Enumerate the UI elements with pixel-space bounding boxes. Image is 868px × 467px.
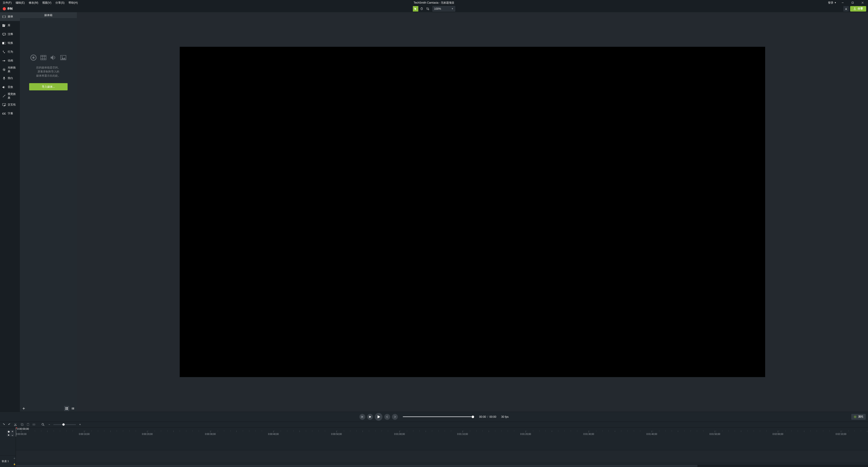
window-minimize-button[interactable] (839, 0, 846, 5)
sidetab-label: 旁白 (8, 76, 13, 80)
timeline-copy-button[interactable] (20, 422, 24, 427)
track-header[interactable]: 轨道 1 ◐ 🔒 (0, 455, 16, 467)
playback-slider-knob[interactable] (471, 415, 474, 418)
playback-next-frame-button[interactable] (392, 414, 398, 420)
media-empty-icons (30, 54, 67, 61)
track-lock-icon[interactable]: 🔒 (13, 463, 16, 465)
timeline-zoom-knob[interactable] (62, 423, 65, 426)
svg-rect-44 (21, 423, 23, 425)
menu-edit[interactable]: 编辑(E) (15, 0, 26, 5)
timeline-collapse-button[interactable]: ⌄ (11, 433, 14, 436)
media-icon (2, 15, 6, 19)
svg-rect-7 (5, 16, 5, 16)
signin-dropdown[interactable]: 登录 ▼ (828, 1, 836, 5)
timeline-tick-label: 0:01:40;00 (647, 433, 657, 435)
sidetab-library[interactable]: 库 (0, 21, 20, 30)
timeline-tracks-area[interactable]: 0:00:00;00 0:00:00;000:00:10;000:00:20;0… (16, 428, 868, 467)
speaker-large-icon (50, 54, 57, 61)
playback-total-time: 00:00 (489, 415, 496, 419)
canvas-zoom-select[interactable]: 100% ▼ (433, 6, 455, 11)
properties-button[interactable]: 属性 (851, 414, 866, 420)
menu-share[interactable]: 分享(S) (55, 0, 65, 5)
track-row[interactable] (16, 450, 868, 462)
sidetab-visual-effects[interactable]: 视觉效果 (0, 92, 20, 100)
track-visibility-icon[interactable]: ◐ (14, 457, 16, 459)
svg-point-15 (3, 51, 4, 52)
timeline-quiz-button[interactable]: ● (7, 433, 10, 436)
canvas-tool-select[interactable] (413, 6, 418, 11)
share-button[interactable]: 分享 (850, 6, 866, 11)
playback-play-button[interactable] (375, 413, 382, 421)
timeline-hscrollbar[interactable] (16, 465, 868, 467)
media-view-list-button[interactable] (70, 406, 75, 411)
sidetab-narration[interactable]: 旁白 (0, 74, 20, 83)
playback-prev-frame-button[interactable] (360, 414, 365, 420)
timeline-paste-button[interactable] (26, 422, 30, 427)
playback-slider[interactable] (403, 416, 473, 417)
timeline-undo-button[interactable] (1, 422, 6, 427)
svg-rect-12 (2, 33, 6, 35)
menu-modify[interactable]: 修改(M) (28, 0, 39, 5)
sidetab-audio-effects[interactable]: 音效 (0, 83, 20, 92)
record-button[interactable]: 录制 (0, 5, 16, 12)
media-add-button[interactable] (21, 406, 26, 411)
timeline-zoom-out-button[interactable]: − (47, 422, 52, 427)
app-title: TechSmith Camtasia - 无标题项目 (414, 1, 455, 5)
playback-fps: 30 fps (501, 415, 508, 419)
timeline-zoom-in-button[interactable]: + (78, 422, 82, 427)
sidetab-interactivity[interactable]: 交互性 (0, 100, 20, 109)
media-panel-title: 媒体箱 (20, 12, 77, 18)
timeline-zoom-slider[interactable] (53, 424, 76, 425)
timeline-tick: 0:00:00;00 (16, 431, 26, 436)
canvas-area[interactable] (77, 12, 868, 412)
svg-rect-30 (67, 407, 68, 408)
menu-file[interactable]: 文件(F) (2, 0, 12, 5)
menu-help[interactable]: 帮助(H) (68, 0, 79, 5)
annotations-icon (2, 33, 6, 36)
svg-rect-8 (5, 17, 5, 18)
sidetab-annotations[interactable]: 注释 (0, 30, 20, 39)
record-icon (3, 7, 6, 10)
timeline-add-track-button[interactable]: + (11, 430, 14, 433)
sidetab-animations[interactable]: 动画 (0, 56, 20, 65)
svg-point-41 (855, 416, 856, 417)
chevron-down-icon: ▼ (834, 2, 836, 4)
record-label: 录制 (7, 7, 13, 11)
menu-view[interactable]: 视图(V) (41, 0, 52, 5)
canvas-tool-crop[interactable] (425, 6, 431, 11)
media-view-grid-button[interactable] (64, 406, 69, 411)
timeline-zoom-fit-button[interactable] (41, 422, 45, 427)
canvas-tool-pan[interactable] (419, 6, 425, 11)
playback-step-forward-button[interactable] (384, 414, 390, 420)
svg-rect-19 (2, 103, 6, 105)
sidetab-transitions[interactable]: 转换 (0, 39, 20, 47)
playback-step-back-button[interactable] (367, 414, 373, 420)
svg-rect-49 (34, 424, 35, 425)
playback-current-time: 00:00 (479, 415, 486, 419)
timeline-cut-button[interactable] (13, 422, 18, 427)
timeline: ◆ + ● ⌄ 轨道 1 ◐ 🔒 0:00:00; (0, 428, 868, 467)
sidetab-media[interactable]: 媒体 (0, 12, 20, 21)
timeline-split-button[interactable] (32, 422, 36, 427)
canvas[interactable] (180, 47, 765, 377)
timeline-ruler[interactable]: 0:00:00;00 0:00:00;000:00:10;000:00:20;0… (16, 428, 868, 436)
sidetab-behaviors[interactable]: 行为 (0, 47, 20, 56)
timeline-marker-button[interactable]: ◆ (7, 430, 10, 433)
svg-rect-5 (3, 16, 3, 16)
timeline-tick: 0:02:10;00 (836, 431, 846, 436)
window-close-button[interactable] (859, 0, 866, 5)
svg-rect-10 (3, 24, 4, 27)
window-maximize-button[interactable] (849, 0, 856, 5)
side-tab-strip: 媒体 库 注释 转换 行为 动画 (0, 12, 20, 412)
timeline-redo-button[interactable] (7, 422, 12, 427)
sidetab-label: 库 (8, 24, 10, 27)
signin-label: 登录 (828, 1, 833, 5)
canvas-options-button[interactable] (843, 6, 849, 11)
svg-point-43 (16, 425, 17, 426)
canvas-zoom-value: 100% (434, 7, 441, 10)
gear-icon (854, 415, 857, 419)
import-media-button[interactable]: 导入媒体... (29, 83, 68, 90)
sidetab-cursor-effects[interactable]: 光标效果 (0, 65, 20, 74)
timeline-toolbar: − + (0, 422, 868, 428)
sidetab-captions[interactable]: CC 字幕 (0, 109, 20, 118)
